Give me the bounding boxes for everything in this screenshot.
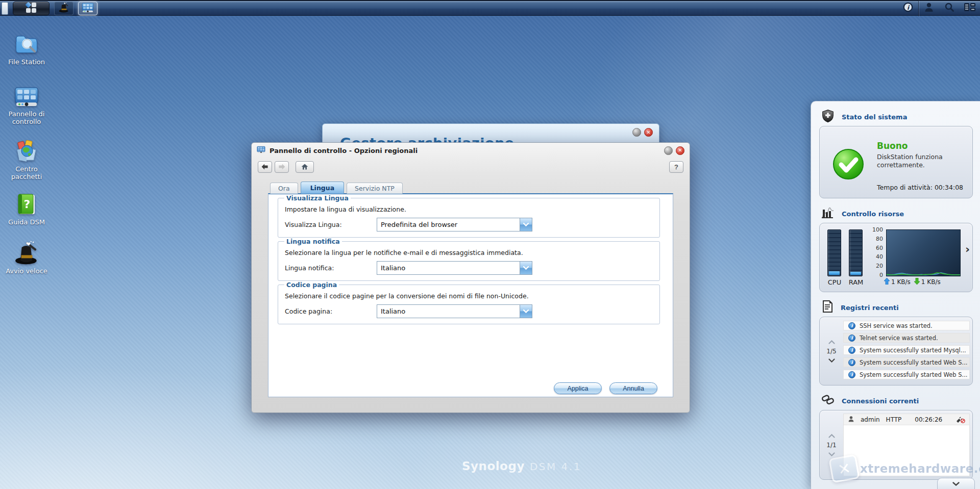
section-notification-language: Lingua notifica Selezionare la lingua pe… [278,238,660,281]
connections-header: Connessioni correnti [821,394,973,408]
desktop-icon-package-center[interactable]: Centro pacchetti [2,139,51,181]
desktop-icon-label: Pannello di controllo [2,110,51,125]
connections-box: 1/1 admin HTTP 00:26:26 [819,410,973,480]
resource-monitor-box: CPU RAM 100806040200 › 1 KB/s 1 KB/s [819,223,973,292]
desktop-icon-label: File Station [2,58,51,66]
taskbar: i [0,0,980,16]
collapse-widget-panel-button[interactable] [937,478,975,489]
dialog-titlebar[interactable]: Pannello di controllo - Opzioni regional… [252,143,690,158]
info-button[interactable]: i [898,1,918,15]
network-rates: 1 KB/s 1 KB/s [884,278,941,286]
logs-page-indicator: 1/5 [826,348,836,355]
select-value: Italiano [377,262,520,274]
field-label: Visualizza Lingua: [285,221,377,228]
log-entry: iSystem successfully started Web S... [843,370,970,379]
log-entry: iSystem successfully started Mysql... [843,345,970,355]
page-down-icon[interactable] [828,358,835,363]
svg-text:?: ? [24,198,31,211]
show-desktop-button[interactable] [2,2,8,15]
desktop-icon-label: Centro pacchetti [2,165,51,181]
tab-lingua[interactable]: Lingua [301,182,344,194]
display-language-select[interactable]: Predefinita del browser [377,218,532,231]
chevron-down-icon [520,218,532,231]
cancel-button[interactable]: Annulla [609,382,657,394]
connection-user: admin [861,416,880,423]
desktop: i [0,0,980,489]
page-up-icon[interactable] [828,340,835,344]
select-value: Predefinita del browser [377,218,520,231]
connections-pager: 1/1 [822,410,841,479]
taskbar-item-quick-start[interactable] [54,2,74,15]
connection-row: admin HTTP 00:26:26 [844,414,969,425]
taskbar-item-control-panel[interactable] [78,2,97,15]
connections-list: admin HTTP 00:26:26 [843,414,970,476]
log-list: iSSH service was started. iTelnet servic… [843,321,970,382]
minimize-button[interactable] [632,128,641,137]
widgets-button[interactable] [960,1,980,15]
dsm-watermark: Synology DSM 4.1 [462,459,581,473]
download-arrow-icon [914,278,920,286]
download-rate: 1 KB/s [921,278,941,286]
widget-title: Connessioni correnti [842,397,919,405]
forward-button[interactable] [275,161,289,173]
upload-arrow-icon [884,278,890,286]
ram-meter [849,229,863,276]
page-down-icon[interactable] [828,452,835,456]
magician-hat-icon [58,2,70,15]
cpu-label: CPU [824,278,845,286]
desktop-icon-control-panel[interactable]: Pannello di controllo [2,86,51,125]
notification-language-select[interactable]: Italiano [377,261,532,275]
system-status-header: Stato del sistema [821,110,973,124]
log-entry: iSSH service was started. [843,321,970,330]
log-document-icon [821,300,834,315]
field-label: Lingua notifica: [285,264,377,272]
ram-label: RAM [846,278,866,286]
home-button[interactable] [296,161,314,173]
desktop-icon-file-station[interactable]: File Station [2,32,51,66]
info-icon: i [903,2,913,14]
minimize-button[interactable] [664,146,673,155]
log-entry: iTelnet service was started. [843,333,970,343]
user-icon [924,2,934,14]
help-book-icon: ? [2,193,51,216]
widgets-icon [964,2,976,14]
section-legend: Codice pagina [284,281,339,289]
page-up-icon[interactable] [828,434,835,438]
back-button[interactable] [258,161,272,173]
close-icon[interactable]: ✕ [644,128,653,137]
widget-title: Stato del sistema [842,113,907,121]
desktop-icon-quick-start[interactable]: Avvio veloce [2,241,51,275]
chevron-down-icon [520,262,532,274]
search-button[interactable] [939,1,960,15]
disconnect-icon[interactable] [956,416,965,423]
section-legend: Visualizza Lingua [284,194,351,202]
bar-chart-icon [821,207,835,221]
select-value: Italiano [377,305,520,318]
user-button[interactable] [919,1,939,15]
main-menu-icon [24,2,38,15]
control-panel-icon [2,86,51,108]
help-button[interactable]: ? [669,161,683,173]
info-icon: i [848,371,855,378]
connection-protocol: HTTP [886,416,902,423]
main-menu-button[interactable] [13,2,50,15]
expand-resource-monitor-icon[interactable]: › [965,244,970,255]
tab-ora[interactable]: Ora [270,183,298,194]
tab-servizio-ntp[interactable]: Servizio NTP [347,183,403,194]
field-label: Codice pagina: [285,307,377,315]
dialog-regional-options: Pannello di controllo - Opzioni regional… [251,142,690,413]
control-panel-icon [257,146,265,156]
recent-logs-box: 1/5 iSSH service was started. iTelnet se… [819,317,973,385]
close-icon[interactable]: ✕ [676,146,684,155]
network-chart-y-axis: 100806040200 [867,227,883,278]
apply-button[interactable]: Applica [554,382,602,394]
status-value: Buono [877,141,908,151]
section-display-language: Visualizza Lingua Impostare la lingua di… [278,194,660,238]
codepage-select[interactable]: Italiano [377,304,532,318]
uptime: Tempo di attività: 00:34:08 [877,184,963,191]
control-panel-icon [82,3,94,14]
dialog-toolbar: ? [252,158,690,175]
info-icon: i [848,359,855,366]
magician-hat-icon [2,241,51,265]
desktop-icon-dsm-help[interactable]: ? Guida DSM [2,193,51,226]
